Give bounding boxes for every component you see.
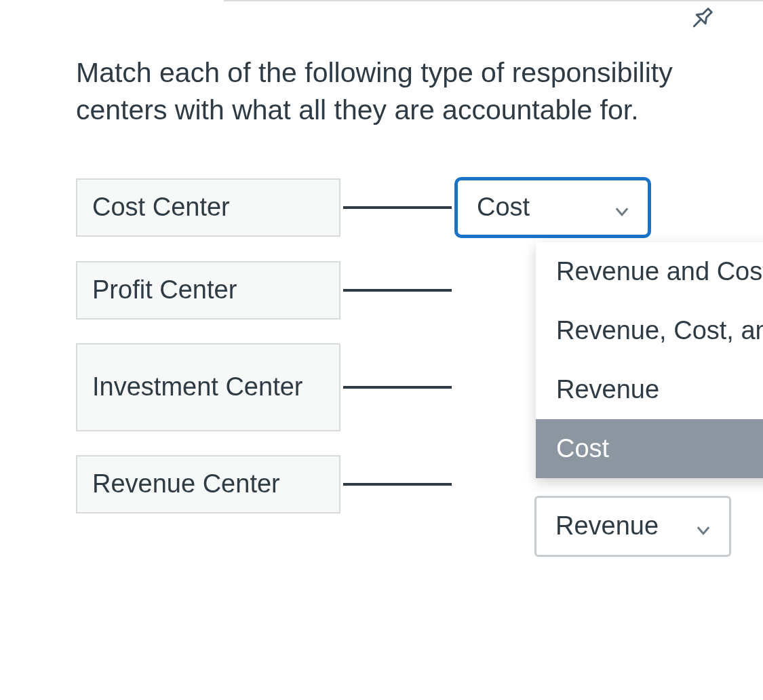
chevron-down-icon (612, 198, 631, 217)
dropdown-option-revenue[interactable]: Revenue (536, 360, 763, 419)
dropdown-option-label: Revenue (556, 375, 659, 404)
left-term-label: Revenue Center (92, 469, 280, 499)
left-term-cost-center: Cost Center (76, 178, 340, 237)
dropdown-option-label: Revenue, Cost, and (556, 316, 763, 345)
dropdown-panel: Revenue and Cost Revenue, Cost, and Reve… (536, 242, 763, 478)
match-area: Cost Center Cost Profit Center Investmen… (76, 177, 763, 515)
left-term-revenue-center: Revenue Center (76, 455, 340, 513)
select-revenue-center[interactable]: Revenue (534, 496, 731, 557)
dropdown-option-label: Cost (556, 434, 609, 463)
left-term-label: Cost Center (92, 193, 230, 222)
connector-line (343, 289, 452, 292)
left-term-investment-center: Investment Center (76, 343, 340, 431)
left-term-label: Investment Center (92, 372, 302, 402)
dropdown-option-cost[interactable]: Cost (536, 419, 763, 478)
left-term-label: Profit Center (92, 275, 237, 305)
connector-line (343, 386, 452, 389)
dropdown-option-revenue-cost-and[interactable]: Revenue, Cost, and (536, 301, 763, 360)
left-term-profit-center: Profit Center (76, 261, 340, 319)
connector-line (343, 483, 452, 486)
question-text: Match each of the following type of resp… (76, 54, 713, 130)
dropdown-option-label: Revenue and Cost (556, 257, 763, 286)
select-cost-center[interactable]: Cost (454, 177, 651, 238)
match-row-cost-center: Cost Center Cost (76, 177, 763, 238)
dropdown-option-revenue-and-cost[interactable]: Revenue and Cost (536, 242, 763, 301)
select-value: Cost (477, 193, 530, 222)
select-value: Revenue (555, 511, 659, 541)
connector-line (343, 206, 452, 209)
chevron-down-icon (694, 517, 713, 536)
